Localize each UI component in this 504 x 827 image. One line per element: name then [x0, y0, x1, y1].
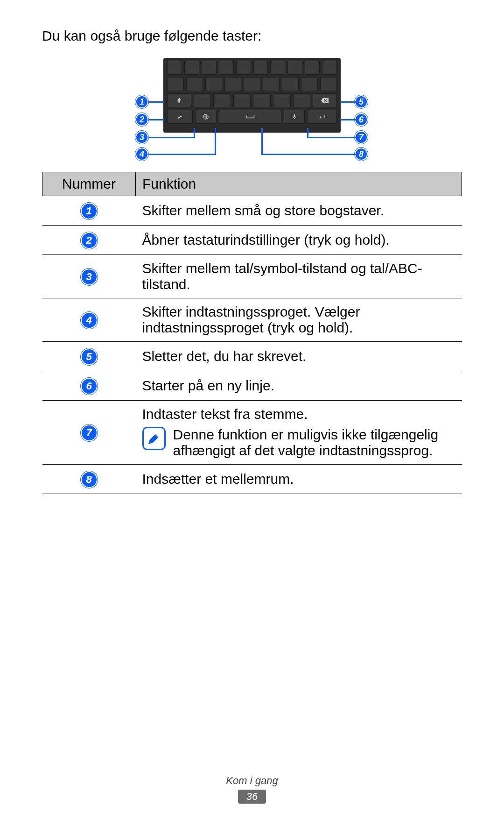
row-function-text: Skifter mellem tal/symbol-tilstand og ta…: [136, 255, 462, 298]
table-row: 4 Skifter indtastningssproget. Vælger in…: [42, 298, 462, 342]
table-row: 3 Skifter mellem tal/symbol-tilstand og …: [42, 255, 462, 298]
callout-marker-2: 2: [135, 113, 148, 126]
row-number-badge: 2: [81, 232, 98, 249]
callout-line: [148, 137, 195, 138]
callout-line: [148, 101, 164, 103]
row-function-text: Sletter det, du har skrevet.: [136, 342, 462, 371]
manual-page: Du kan også bruge følgende taster:: [0, 0, 504, 827]
symbols-key: [195, 110, 217, 124]
callout-line: [340, 101, 356, 103]
note-block: Denne funktion er muligvis ikke tilgænge…: [142, 427, 455, 459]
row-number-badge: 5: [81, 348, 98, 365]
callout-line: [215, 128, 216, 155]
callout-line: [307, 128, 308, 138]
callout-line: [261, 154, 356, 155]
note-text: Denne funktion er muligvis ikke tilgænge…: [173, 427, 455, 459]
table-row: 1 Skifter mellem små og store bogstaver.: [42, 196, 462, 226]
callout-marker-8: 8: [355, 148, 368, 161]
row-number-badge: 7: [81, 424, 98, 441]
enter-key: [307, 110, 337, 124]
table-row: 7 Indtaster tekst fra stemme. Denne funk…: [42, 401, 462, 465]
callout-marker-3: 3: [135, 131, 148, 144]
row-number-badge: 1: [81, 203, 98, 219]
voice-key: [284, 110, 305, 124]
callout-line: [148, 119, 164, 120]
row-number-badge: 8: [81, 471, 98, 488]
note-icon: [142, 427, 166, 450]
keyboard-diagram: 1 2 3 4 5 6 7 8: [42, 58, 462, 161]
row-function-text: Skifter mellem små og store bogstaver.: [136, 196, 462, 226]
row-function-text: Indsætter et mellemrum.: [136, 465, 462, 494]
header-function: Funktion: [136, 172, 462, 196]
callout-line: [194, 128, 195, 138]
callout-marker-4: 4: [135, 148, 148, 161]
svg-rect-1: [294, 114, 295, 117]
row-function-cell: Indtaster tekst fra stemme. Denne funkti…: [136, 401, 462, 465]
table-row: 5 Sletter det, du har skrevet.: [42, 342, 462, 371]
table-row: 8 Indsætter et mellemrum.: [42, 465, 462, 494]
callout-marker-7: 7: [355, 131, 368, 144]
row-function-text: Åbner tastaturindstillinger (tryk og hol…: [136, 226, 462, 255]
page-footer: Kom i gang 36: [0, 775, 504, 804]
row-function-text: Starter på en ny linje.: [136, 371, 462, 401]
row-number-badge: 6: [81, 378, 98, 395]
row-function-text: Skifter indtastningssproget. Vælger indt…: [136, 298, 462, 342]
callout-line: [261, 128, 263, 155]
footer-section-title: Kom i gang: [0, 775, 504, 787]
row-number-badge: 4: [81, 312, 98, 329]
intro-text: Du kan også bruge følgende taster:: [42, 28, 462, 44]
callout-marker-6: 6: [355, 113, 368, 126]
table-row: 6 Starter på en ny linje.: [42, 371, 462, 401]
space-key: [219, 110, 281, 124]
table-row: 2 Åbner tastaturindstillinger (tryk og h…: [42, 226, 462, 255]
settings-key: [167, 110, 193, 124]
callout-line: [307, 137, 356, 138]
function-table: Nummer Funktion 1 Skifter mellem små og …: [42, 172, 462, 494]
callout-marker-1: 1: [135, 95, 148, 108]
table-header-row: Nummer Funktion: [42, 172, 462, 196]
keyboard-image: [163, 58, 341, 133]
row-function-text: Indtaster tekst fra stemme.: [142, 406, 455, 422]
backspace-key: [313, 93, 337, 107]
header-number: Nummer: [42, 172, 136, 196]
row-number-badge: 3: [81, 269, 98, 285]
callout-marker-5: 5: [355, 95, 368, 108]
callout-line: [148, 154, 216, 155]
footer-page-number: 36: [238, 790, 266, 804]
callout-line: [340, 119, 356, 120]
shift-key: [167, 93, 191, 107]
